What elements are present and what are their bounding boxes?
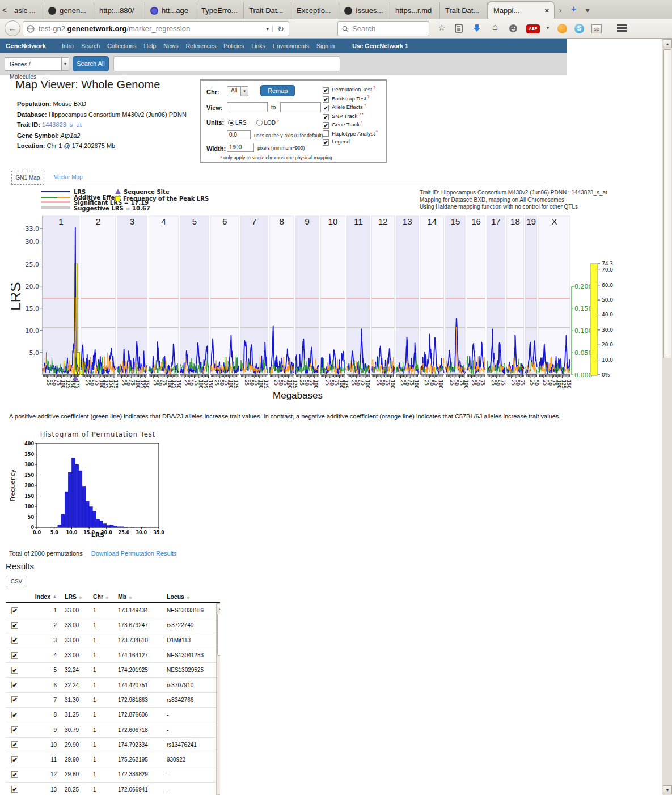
table-scroll-up-icon[interactable]: ▲	[217, 604, 220, 612]
nav-link-sign-in[interactable]: Sign in	[316, 43, 335, 49]
nav-link-links[interactable]: Links	[251, 43, 265, 49]
chromosome-select[interactable]: All▼	[227, 86, 248, 96]
search-category-select[interactable]: Genes / Molecules	[5, 57, 61, 71]
row-checkbox[interactable]: ✔	[11, 622, 18, 629]
tab-scroll-left-icon[interactable]: <	[0, 6, 9, 19]
adblock-icon[interactable]: ABP	[526, 24, 540, 33]
radio-icon[interactable]	[256, 120, 263, 126]
row-checkbox[interactable]: ✔	[11, 637, 18, 644]
tab-gn1-map[interactable]: GN1 Map	[11, 171, 44, 185]
yaxis-units-input[interactable]: 0.0	[227, 130, 251, 139]
browser-tab[interactable]: Trait Dat...	[440, 2, 488, 19]
table-row[interactable]: ✔1029.901174.792334rs13476241	[6, 738, 220, 752]
browser-tab-active[interactable]: Mappi...×	[488, 1, 555, 19]
url-bar[interactable]: test-gn2.genenetwork.org/marker_regressi…	[23, 21, 289, 36]
trait-id-link[interactable]: 1443823_s_at	[40, 121, 82, 128]
adblock-dropdown-icon[interactable]: ▾	[542, 25, 554, 36]
nav-link-help[interactable]: Help	[144, 43, 157, 49]
option-allele-effects[interactable]: ✔Allele Effects ?	[323, 103, 378, 112]
checkbox-icon[interactable]: ✔	[323, 139, 329, 146]
row-checkbox[interactable]: ✔	[11, 682, 18, 688]
sort-icon[interactable]: ◆	[187, 595, 189, 600]
tab-list-dropdown-icon[interactable]: ▾	[581, 6, 594, 19]
browser-tab[interactable]: TypeErro...	[196, 2, 244, 19]
row-checkbox[interactable]: ✔	[11, 756, 18, 763]
table-row[interactable]: ✔133.001173.149434NES13033186	[6, 603, 220, 618]
row-checkbox[interactable]: ✔	[11, 726, 18, 733]
sort-icon[interactable]: ◆	[79, 595, 82, 600]
checkbox-icon[interactable]: ✔	[323, 122, 329, 129]
radio-icon[interactable]	[228, 120, 234, 126]
csv-button[interactable]: CSV	[6, 576, 27, 587]
browser-tab[interactable]: Issues...	[339, 2, 390, 19]
home-icon[interactable]: ⌂	[489, 22, 501, 33]
table-row[interactable]: ✔433.001174.164127NES13041283	[6, 648, 220, 663]
search-all-button[interactable]: Search All	[73, 56, 109, 71]
tab-close-icon[interactable]: ×	[544, 6, 549, 15]
extension-s-icon[interactable]: S	[574, 24, 584, 33]
table-row[interactable]: ✔731.301172.981863rs8242766	[6, 693, 220, 708]
width-input[interactable]: 1600	[227, 143, 254, 152]
table-scroll-thumb[interactable]	[217, 614, 220, 656]
checkbox-icon[interactable]	[323, 130, 329, 137]
browser-search-field[interactable]: Search	[337, 21, 429, 36]
remap-button[interactable]: Remap	[260, 85, 295, 96]
bookmarks-menu-icon[interactable]	[453, 24, 465, 35]
genome-scan-chart[interactable]: LRS33.030.025.020.015.010.05.01234567891…	[11, 214, 618, 395]
page-scroll-down-icon[interactable]: ▼	[663, 785, 672, 794]
page-scroll-up-icon[interactable]: ▲	[663, 39, 672, 48]
browser-tab[interactable]: Trait Dat...	[244, 2, 291, 19]
url-dropdown-icon[interactable]: ▾	[263, 26, 273, 32]
option-haplotype-analyst[interactable]: Haplotype Analyst *	[323, 130, 378, 139]
bookmark-star-icon[interactable]: ☆	[436, 23, 448, 34]
row-checkbox[interactable]: ✔	[11, 712, 18, 718]
tab-vector-map[interactable]: Vector Map	[54, 174, 83, 180]
row-checkbox[interactable]: ✔	[11, 786, 18, 793]
nav-link-environments[interactable]: Environments	[273, 43, 309, 49]
checkbox-icon[interactable]: ✔	[323, 114, 329, 120]
nav-link-collections[interactable]: Collections	[107, 43, 136, 49]
view-to-input[interactable]	[280, 102, 321, 112]
download-permutation-link[interactable]: Download Permutation Results	[91, 550, 177, 557]
option-permutation-test[interactable]: ✔Permutation Test ?	[323, 86, 378, 95]
table-row[interactable]: ✔831.251172.876606-	[6, 708, 220, 722]
reload-icon[interactable]: ↻	[273, 24, 285, 33]
row-checkbox[interactable]: ✔	[11, 741, 18, 748]
row-checkbox[interactable]: ✔	[11, 667, 18, 674]
sort-asc-icon[interactable]: ▲	[53, 594, 57, 598]
search-category-caret-icon[interactable]: ▼	[61, 57, 69, 71]
new-tab-button[interactable]: +	[567, 3, 581, 19]
units-radio-lod[interactable]: LOD ?	[256, 120, 278, 126]
browser-tab[interactable]: http:...880/	[94, 2, 145, 19]
table-row[interactable]: ✔1328.251172.066941-	[6, 783, 220, 795]
table-row[interactable]: ✔632.241174.420751rs3707910	[6, 678, 220, 692]
extension-notes-icon[interactable]: se	[591, 24, 602, 33]
downloads-icon[interactable]	[471, 24, 483, 35]
sort-icon[interactable]: ◆	[105, 595, 108, 600]
option-legend[interactable]: ✔Legend	[323, 138, 378, 147]
browser-tab[interactable]: https...r.md	[390, 2, 440, 19]
help-mark[interactable]: ?	[276, 119, 279, 123]
nav-link-intro[interactable]: Intro	[62, 43, 74, 49]
checkbox-icon[interactable]: ✔	[323, 96, 329, 103]
browser-tab[interactable]: asic ...	[9, 2, 43, 19]
menu-icon[interactable]	[615, 24, 628, 36]
use-genenetwork1-link[interactable]: Use GeneNetwork 1	[352, 43, 408, 49]
row-checkbox[interactable]: ✔	[11, 652, 18, 659]
table-row[interactable]: ✔1229.801172.336829-	[6, 767, 220, 782]
nav-link-references[interactable]: References	[185, 43, 216, 49]
browser-tab[interactable]: Exceptio...	[291, 2, 339, 19]
nav-link-search[interactable]: Search	[81, 43, 100, 49]
row-checkbox[interactable]: ✔	[11, 607, 18, 614]
table-scrollbar[interactable]: ▲	[216, 603, 220, 795]
units-radio-lrs[interactable]: LRS	[228, 120, 246, 126]
page-scroll-thumb[interactable]	[663, 49, 671, 358]
table-row[interactable]: ✔532.241174.201925NES13029525	[6, 663, 220, 678]
tab-scroll-right-icon[interactable]: ›	[555, 6, 567, 19]
messaging-icon[interactable]	[507, 24, 519, 35]
row-checkbox[interactable]: ✔	[11, 771, 18, 778]
nav-link-policies[interactable]: Policies	[223, 43, 244, 49]
url-text[interactable]: test-gn2.genenetwork.org/marker_regressi…	[39, 24, 263, 33]
browser-tab[interactable]: htt...age	[145, 2, 196, 19]
page-scrollbar[interactable]: ▲ ▼	[662, 39, 672, 795]
